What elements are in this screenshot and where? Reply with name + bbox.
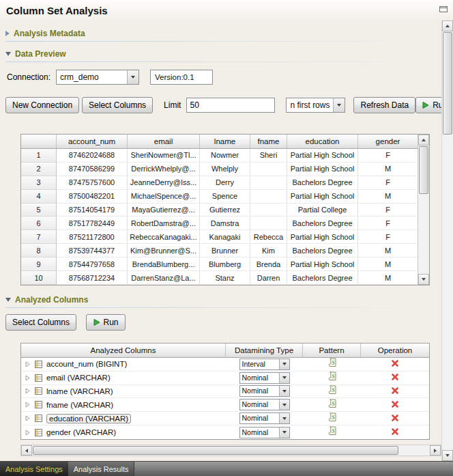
column-header-gender[interactable]: gender [358, 135, 418, 149]
analyzed-column-row[interactable]: email (VARCHAR) Nominal [21, 372, 429, 385]
delete-operation-icon[interactable] [391, 358, 399, 370]
analyzed-column-name[interactable]: gender (VARCHAR) [46, 428, 116, 436]
delete-operation-icon[interactable] [391, 399, 399, 411]
scroll-thumb[interactable] [33, 446, 398, 455]
datamining-type-combo[interactable]: Nominal [239, 372, 290, 384]
tab-analysis-settings[interactable]: Analysis Settings [0, 462, 68, 476]
column-header-lname[interactable]: lname [200, 135, 250, 149]
table-row[interactable]: 4 87500482201 MichaelSpence@... Spence P… [21, 190, 418, 204]
column-header-pattern[interactable]: Pattern [303, 344, 361, 358]
cell-gender: F [358, 204, 418, 217]
section-analysis-metadata[interactable]: Analysis Metadata [5, 27, 85, 40]
analyzed-column-name[interactable]: email (VARCHAR) [46, 374, 111, 382]
datamining-type-combo[interactable]: Nominal [239, 427, 290, 438]
row-number-column-header[interactable] [21, 135, 57, 149]
expand-arrow-icon[interactable] [25, 361, 31, 367]
dropdown-arrow-icon[interactable] [279, 359, 289, 369]
datamining-type-combo[interactable]: Nominal [239, 399, 290, 410]
section-analyzed-columns[interactable]: Analyzed Columns [5, 294, 88, 306]
analyzed-column-name[interactable]: fname (VARCHAR) [46, 401, 113, 409]
column-icon [34, 387, 43, 395]
expand-arrow-icon[interactable] [25, 402, 31, 408]
delete-operation-icon[interactable] [391, 372, 399, 384]
pattern-icon[interactable] [327, 385, 337, 397]
table-row[interactable]: 6 87517782449 RobertDamstra@... Damstra … [21, 216, 418, 230]
dropdown-arrow-icon[interactable] [279, 428, 289, 438]
rows-mode-combo[interactable]: n first rows [286, 98, 345, 113]
pattern-icon[interactable] [327, 372, 337, 384]
datamining-type-combo[interactable]: Nominal [239, 385, 290, 397]
table-row[interactable]: 10 87568712234 DarrenStanz@La... Stanz D… [21, 271, 418, 285]
analyzed-column-row[interactable]: gender (VARCHAR) Nominal [21, 425, 429, 439]
column-header-education[interactable]: education [287, 135, 358, 149]
analyzed-column-name[interactable]: account_num (BIGINT) [46, 360, 127, 368]
analyzed-column-row-selected[interactable]: education (VARCHAR) Nominal [21, 412, 429, 425]
scroll-thumb[interactable] [443, 32, 452, 135]
analyzed-column-row[interactable]: fname (VARCHAR) Nominal [21, 398, 429, 412]
table-row[interactable]: 9 87544797658 BrendaBlumberg... Blumberg… [21, 257, 418, 271]
dropdown-arrow-icon[interactable] [279, 413, 289, 423]
table-row[interactable]: 3 87475757600 JeanneDerry@Iss... Derry B… [21, 176, 418, 190]
scroll-left-arrow-icon[interactable] [21, 445, 32, 456]
table-row[interactable]: 5 87514054179 MayaGutierrez@... Gutierre… [21, 204, 418, 217]
delete-operation-icon[interactable] [391, 426, 399, 438]
column-header-fname[interactable]: fname [250, 135, 287, 149]
scroll-up-arrow-icon[interactable] [442, 20, 453, 31]
analyzed-column-row[interactable]: account_num (BIGINT) Interval [21, 358, 429, 372]
datamining-type-value: Nominal [240, 428, 279, 438]
table-row[interactable]: 1 87462024688 SheriNowmer@Tl... Nowmer S… [21, 149, 418, 163]
datamining-type-combo[interactable]: Interval [239, 359, 290, 370]
refresh-data-button[interactable]: Refresh Data [353, 97, 415, 113]
pattern-icon[interactable] [327, 412, 337, 425]
cell-gender: F [358, 216, 418, 230]
scroll-down-arrow-icon[interactable] [418, 274, 429, 285]
pattern-icon[interactable] [327, 426, 337, 438]
tab-analysis-results[interactable]: Analysis Results [68, 462, 135, 476]
dropdown-arrow-icon[interactable] [279, 400, 289, 410]
select-columns-button[interactable]: Select Columns [82, 97, 153, 113]
table-row[interactable]: 7 87521172800 RebeccaKanagaki... Kanagak… [21, 230, 418, 244]
table-header-row: Analyzed Columns Datamining Type Pattern… [21, 344, 429, 358]
connection-combo[interactable]: crm_demo [56, 70, 139, 85]
expand-arrow-icon[interactable] [25, 388, 31, 394]
main-vertical-scrollbar[interactable] [441, 20, 453, 461]
datamining-type-value: Interval [240, 359, 279, 369]
horizontal-scrollbar[interactable] [20, 445, 441, 456]
analyzed-column-name[interactable]: lname (VARCHAR) [46, 387, 113, 395]
minimize-icon[interactable] [439, 4, 448, 14]
delete-operation-icon[interactable] [391, 412, 399, 425]
datamining-type-combo[interactable]: Nominal [239, 412, 290, 424]
expand-arrow-icon[interactable] [25, 430, 31, 436]
column-header-datamining-type[interactable]: Datamining Type [226, 344, 303, 358]
table-row[interactable]: 2 87470586299 DerrickWhelply@... Whelply… [21, 163, 418, 176]
delete-operation-icon[interactable] [391, 385, 399, 397]
pattern-icon[interactable] [327, 399, 337, 411]
analyzed-column-name[interactable]: education (VARCHAR) [46, 414, 131, 423]
scroll-right-arrow-icon[interactable] [430, 445, 441, 456]
new-connection-button[interactable]: New Connection [5, 97, 79, 113]
dropdown-arrow-icon[interactable] [127, 70, 138, 84]
select-columns-button[interactable]: Select Columns [5, 314, 76, 331]
scroll-up-arrow-icon[interactable] [418, 135, 429, 145]
run-button[interactable]: Run [86, 314, 126, 331]
dropdown-arrow-icon[interactable] [279, 386, 289, 396]
table-row[interactable]: 8 87539744377 Kim@Brunner@S... Brunner K… [21, 244, 418, 257]
expand-arrow-icon[interactable] [25, 375, 31, 381]
column-header-account-num[interactable]: account_num [57, 135, 128, 149]
scroll-thumb[interactable] [419, 146, 428, 194]
column-header-analyzed-columns[interactable]: Analyzed Columns [21, 344, 226, 358]
column-header-operation[interactable]: Operation [361, 344, 429, 358]
row-number: 5 [21, 204, 57, 217]
limit-input[interactable] [186, 98, 275, 113]
dropdown-arrow-icon[interactable] [279, 373, 289, 383]
section-separator [5, 307, 437, 308]
pattern-icon[interactable] [327, 358, 337, 370]
section-data-preview[interactable]: Data Preview [5, 48, 66, 60]
expand-arrow-icon[interactable] [25, 415, 31, 421]
table-vertical-scrollbar[interactable] [418, 135, 429, 285]
cell-lname: Damstra [200, 216, 250, 230]
scroll-down-arrow-icon[interactable] [442, 450, 453, 461]
dropdown-arrow-icon[interactable] [333, 98, 345, 112]
column-header-email[interactable]: email [128, 135, 200, 149]
analyzed-column-row[interactable]: lname (VARCHAR) Nominal [21, 385, 429, 399]
